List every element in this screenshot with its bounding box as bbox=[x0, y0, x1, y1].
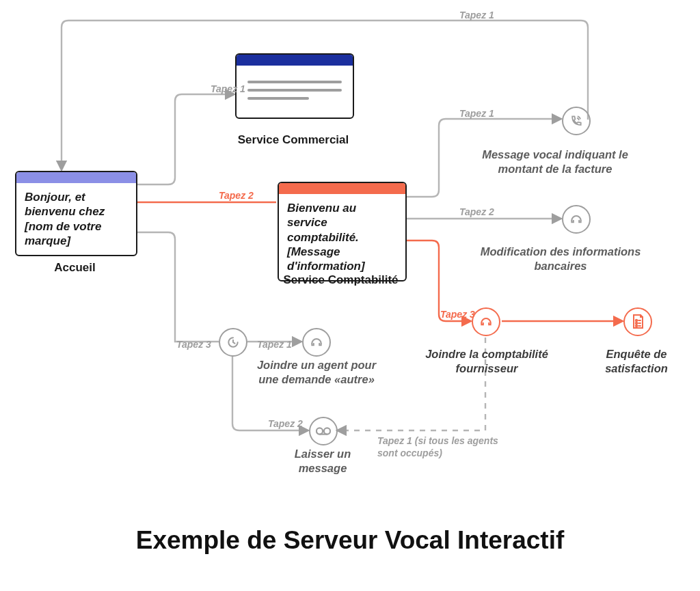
svg-point-3 bbox=[636, 320, 637, 321]
svg-point-0 bbox=[317, 428, 323, 434]
card-comptabilite-label: Service Comptabilité bbox=[271, 273, 411, 287]
card-comptabilite-text: Bienvenu au service comptabilité. [Messa… bbox=[279, 194, 405, 280]
card-comptabilite-header bbox=[279, 183, 405, 194]
card-commercial-body bbox=[237, 66, 353, 118]
edge-compta-fournisseur: Tapez 3 bbox=[440, 309, 475, 320]
card-accueil-label: Accueil bbox=[15, 261, 135, 275]
edge-busy: Tapez 1 (si tous les agents sont occupés… bbox=[377, 435, 514, 459]
card-commercial bbox=[235, 53, 354, 119]
edge-accueil-compta: Tapez 2 bbox=[219, 190, 254, 201]
card-comptabilite: Bienvenu au service comptabilité. [Messa… bbox=[278, 182, 407, 281]
headset-icon bbox=[562, 205, 591, 234]
card-commercial-label: Service Commercial bbox=[235, 133, 351, 147]
edge-accueil-commercial: Tapez 1 bbox=[211, 83, 245, 94]
headset-icon bbox=[302, 328, 331, 357]
clock-icon bbox=[219, 328, 247, 357]
placeholder-line bbox=[247, 81, 342, 83]
leaf-satisfaction: Enquête de satisfaction bbox=[592, 347, 681, 375]
phone-voice-icon bbox=[562, 107, 591, 135]
placeholder-line bbox=[247, 97, 309, 100]
leaf-laisser: Laisser un message bbox=[282, 447, 364, 475]
headset-icon bbox=[472, 307, 500, 336]
survey-icon bbox=[623, 307, 652, 336]
svg-point-4 bbox=[636, 322, 637, 324]
edge-other-agent: Tapez 1 bbox=[257, 339, 292, 350]
placeholder-line bbox=[247, 89, 342, 92]
leaf-bank: Modification des informations bancaires bbox=[479, 245, 643, 273]
svg-point-5 bbox=[636, 325, 637, 327]
card-accueil-text: Bonjour, et bienvenu chez [nom de votre … bbox=[16, 183, 136, 255]
diagram-title: Exemple de Serveur Vocal Interactif bbox=[0, 526, 700, 555]
card-accueil: Bonjour, et bienvenu chez [nom de votre … bbox=[15, 171, 137, 256]
leaf-fournisseur: Joindre la comptabilité fournisseur bbox=[418, 347, 555, 375]
leaf-agent: Joindre un agent pour une demande «autre… bbox=[252, 358, 381, 386]
svg-point-1 bbox=[324, 428, 330, 434]
voicemail-icon bbox=[309, 417, 338, 445]
card-accueil-header bbox=[16, 172, 136, 183]
diagram-canvas: Bonjour, et bienvenu chez [nom de votre … bbox=[0, 0, 700, 591]
edge-compta-voice: Tapez 1 bbox=[459, 108, 494, 119]
edge-other-message: Tapez 2 bbox=[268, 418, 303, 429]
card-commercial-header bbox=[237, 55, 353, 66]
edge-accueil-other: Tapez 3 bbox=[176, 339, 211, 350]
edge-compta-bank: Tapez 2 bbox=[459, 206, 494, 217]
edge-loop-back: Tapez 1 bbox=[459, 10, 494, 20]
leaf-voice: Message vocal indiquant le montant de la… bbox=[459, 148, 651, 176]
